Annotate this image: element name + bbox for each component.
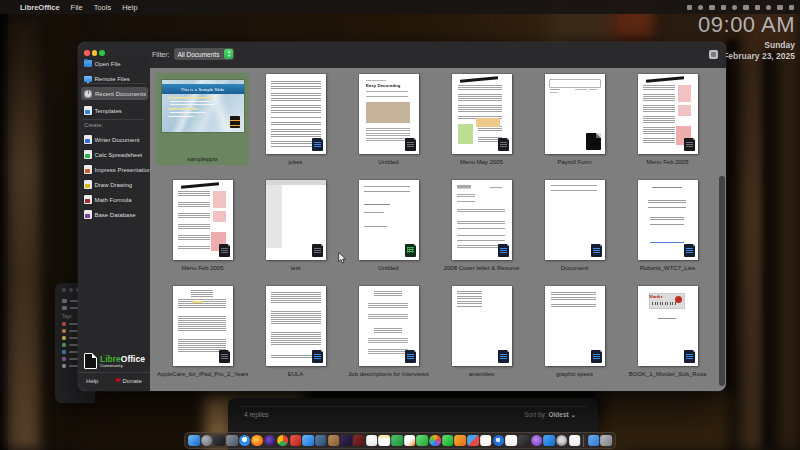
document-item[interactable]: AppleCare_for_iPad_Pro_2_Years [156, 285, 249, 380]
document-item[interactable]: graphic specs [528, 285, 621, 380]
document-item[interactable]: test [249, 179, 342, 274]
tag-label-stub [69, 323, 78, 325]
donate-button[interactable]: ❤Donate [115, 377, 142, 385]
wifi-icon[interactable] [732, 5, 737, 10]
document-item[interactable]: This is a Sample Slidesamplepptx [156, 73, 249, 165]
dock-icon-pencil-app[interactable] [455, 435, 467, 447]
battery-icon[interactable] [721, 5, 727, 10]
document-item[interactable]: 2008 Cover letter & Resume [435, 179, 528, 274]
dock-icon-after-effects[interactable] [340, 435, 352, 447]
dock-icon-pages-puzzle[interactable] [391, 435, 403, 447]
minimize-button[interactable] [92, 50, 98, 56]
dock-icon-finder[interactable] [188, 435, 200, 447]
document-item[interactable]: Payroll Form [528, 73, 621, 168]
dock-icon-calendar[interactable] [366, 435, 378, 447]
dock-icon-podcasts[interactable] [531, 435, 543, 447]
scrollbar[interactable] [719, 96, 725, 389]
sidebar-item-templates[interactable]: Templates [81, 104, 148, 117]
dock-icon-mission-control[interactable] [226, 435, 238, 447]
document-thumbnail [266, 180, 326, 260]
sidebar-item-open-file[interactable]: Open File [81, 57, 148, 70]
dock-icon-chrome[interactable] [277, 435, 289, 447]
menu-item-libreoffice[interactable]: LibreOffice [20, 3, 60, 12]
view-toggle-button[interactable] [709, 50, 718, 59]
dock-icon-photo-app-red[interactable] [353, 435, 365, 447]
zoom-button[interactable] [99, 50, 105, 56]
dock-icon-notes[interactable] [378, 435, 390, 447]
document-item[interactable]: Document [528, 179, 621, 274]
sidebar-item-impress-presentation[interactable]: Impress Presentation [81, 163, 148, 176]
menu-item-file[interactable]: File [71, 3, 83, 12]
document-item[interactable]: Menu May 2005 [435, 73, 528, 168]
scrollbar-thumb[interactable] [719, 176, 725, 386]
sidebar-item-writer-document[interactable]: Writer Document [81, 133, 148, 146]
document-item[interactable]: amenities [435, 285, 528, 380]
dock-icon-photos[interactable] [429, 435, 441, 447]
grid-icon[interactable] [687, 5, 693, 10]
key-icon[interactable] [709, 5, 715, 10]
dock-icon-files-folder[interactable] [328, 435, 340, 447]
dock-icon-shield-app[interactable] [290, 435, 302, 447]
dock-icon-music[interactable] [505, 435, 517, 447]
dock-icon-maps-compass[interactable] [493, 435, 505, 447]
document-item[interactable]: Menu Feb 2005 [156, 179, 249, 274]
dock-icon-flags-app[interactable] [315, 435, 327, 447]
search-icon[interactable] [743, 5, 749, 10]
dock-icon-grid-app[interactable] [404, 435, 416, 447]
document-item[interactable]: Easy DecoratingUntitled [342, 73, 435, 168]
sidebar-icon [84, 180, 92, 189]
dock-icon-facetime[interactable] [442, 435, 454, 447]
document-item[interactable]: Untitled [342, 179, 435, 274]
document-item[interactable]: Roberts_WTC7_Lies [621, 179, 714, 274]
folder-icon [62, 306, 67, 310]
dock-icon-news[interactable] [480, 435, 492, 447]
dock-icon-safari[interactable] [239, 435, 251, 447]
sort-by-control[interactable]: Sort by: Oldest ⌄ [524, 411, 576, 419]
document-name: EULA [250, 371, 341, 377]
close-button[interactable] [84, 50, 90, 56]
impress-file-icon [230, 116, 240, 128]
menu-item-tools[interactable]: Tools [94, 3, 112, 12]
filter-dropdown[interactable]: All Documents ▲▼ [174, 48, 235, 60]
dock-icon-firefox[interactable] [252, 435, 264, 447]
document-item[interactable]: Job descriptions for interviews [342, 285, 435, 380]
dock-icon-messages[interactable] [417, 435, 429, 447]
sidebar-icon [84, 135, 92, 144]
file-type-icon [498, 138, 509, 151]
dot-icon[interactable] [777, 5, 783, 10]
sidebar-item-calc-spreadsheet[interactable]: Calc Spreadsheet [81, 148, 148, 161]
sidebar-item-math-formula[interactable]: Math Formula [81, 193, 148, 206]
display-icon[interactable] [698, 5, 703, 10]
dock-icon-binoculars-app[interactable] [518, 435, 530, 447]
menu-item-help[interactable]: Help [122, 3, 137, 12]
help-button[interactable]: Help [86, 378, 98, 384]
sidebar-item-draw-drawing[interactable]: Draw Drawing [81, 178, 148, 191]
dock-icon-siri[interactable] [201, 435, 213, 447]
slide-title: This is a Sample Slide [181, 87, 225, 92]
siri-icon[interactable] [766, 5, 771, 10]
file-type-icon [684, 138, 695, 151]
dock-icon-launchpad[interactable] [214, 435, 226, 447]
document-item[interactable]: Menu Feb 2005 [621, 73, 714, 168]
document-name: Roberts_WTC7_Lies [622, 265, 713, 271]
dock-icon-system-settings[interactable] [556, 435, 568, 447]
sidebar-item-base-database[interactable]: Base Database [81, 208, 148, 221]
document-item[interactable]: jokes [249, 73, 342, 168]
sidebar-item-label: Remote Files [95, 76, 130, 82]
file-type-icon [684, 350, 695, 363]
dock-icon-mail[interactable] [302, 435, 314, 447]
dock-icon-parasol-app[interactable] [467, 435, 479, 447]
dock [184, 432, 616, 449]
dock-icon-downloads-folder[interactable] [588, 435, 600, 447]
control-center-icon[interactable] [755, 5, 761, 10]
document-item[interactable]: EULA [249, 285, 342, 380]
dock-icon-textedit[interactable] [569, 435, 581, 447]
dock-icon-app-store[interactable] [543, 435, 555, 447]
clock-icon[interactable] [789, 5, 795, 10]
document-thumbnail [638, 74, 698, 154]
dock-icon-firefox-dark[interactable] [264, 435, 276, 447]
dock-icon-trash[interactable] [600, 435, 612, 447]
sidebar-item-label: Open File [95, 61, 121, 67]
sidebar-item-recent-documents[interactable]: Recent Documents [81, 87, 148, 100]
document-item[interactable]: MurderBOOK_1_Murder_Sub_Rosa [621, 285, 714, 380]
